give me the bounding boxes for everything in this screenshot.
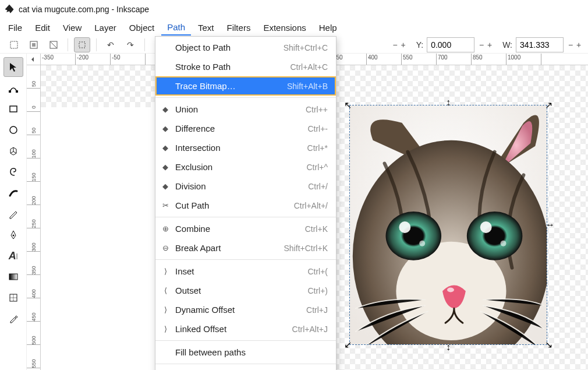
inset-icon: ⟩ — [160, 267, 171, 276]
y-spinner[interactable]: −+ — [478, 41, 493, 49]
select-visible-button[interactable] — [26, 37, 42, 52]
menu-help[interactable]: Help — [313, 20, 343, 35]
svg-rect-8 — [10, 106, 17, 112]
combine-icon: ⊕ — [160, 224, 171, 233]
prev-field-spinner[interactable]: −+ — [392, 41, 407, 49]
menu-path[interactable]: Path — [161, 20, 191, 36]
selected-image[interactable]: ↖ ↗ ↙ ↘ ↕ ↕ ↔ — [349, 105, 547, 345]
menu-division[interactable]: ◆ Division Ctrl+/ — [155, 177, 336, 196]
svg-point-10 — [12, 235, 14, 237]
w-input[interactable] — [516, 37, 564, 52]
svg-point-20 — [419, 241, 425, 246]
menu-exclusion[interactable]: ◆ Exclusion Ctrl+^ — [155, 157, 336, 177]
svg-rect-2 — [32, 43, 36, 47]
menu-dynamic-offset[interactable]: ⟩ Dynamic Offset Ctrl+J — [155, 300, 336, 319]
w-label: W: — [502, 40, 512, 50]
menu-break-apart[interactable]: ⊖ Break Apart Shift+Ctrl+K — [155, 238, 336, 258]
ruler-corner[interactable] — [27, 54, 41, 65]
title-bar: cat via mugcute.com.png - Inkscape — [0, 0, 588, 19]
menu-cut-path[interactable]: ✂ Cut Path Ctrl+Alt+/ — [155, 196, 336, 215]
resize-handle-b[interactable]: ↕ — [446, 342, 451, 353]
menu-divider — [155, 340, 336, 341]
union-icon: ◆ — [160, 105, 171, 114]
menu-combine[interactable]: ⊕ Combine Ctrl+K — [155, 219, 336, 238]
linked-offset-icon: ⟩ — [160, 325, 171, 333]
ruler-vertical[interactable]: 50 0 50 100 150 200 250 300 350 400 450 … — [27, 65, 41, 370]
menu-extensions[interactable]: Extensions — [257, 20, 311, 35]
resize-handle-r[interactable]: ↔ — [546, 220, 555, 230]
menu-text[interactable]: Text — [192, 20, 220, 35]
menu-divider — [155, 97, 336, 98]
outset-icon: ⟨ — [160, 286, 171, 295]
resize-handle-t[interactable]: ↕ — [446, 97, 451, 108]
toolbar-separator — [144, 38, 145, 51]
menu-difference[interactable]: ◆ Difference Ctrl+- — [155, 119, 336, 138]
exclusion-icon: ◆ — [160, 163, 171, 171]
resize-handle-tr[interactable]: ↗ — [545, 100, 552, 111]
rotate-ccw-button[interactable]: ↶ — [102, 37, 119, 52]
menu-inset[interactable]: ⟩ Inset Ctrl+( — [155, 262, 336, 281]
svg-point-9 — [10, 126, 17, 133]
svg-rect-5 — [79, 42, 85, 48]
pencil-tool[interactable] — [3, 204, 23, 224]
menu-divider — [155, 259, 336, 260]
menu-fill-between-paths[interactable]: Fill between paths — [155, 343, 336, 362]
y-input[interactable] — [427, 37, 474, 52]
selector-tool[interactable] — [3, 57, 23, 77]
cut-path-icon: ✂ — [160, 201, 171, 210]
text-tool[interactable]: A| — [3, 246, 23, 266]
gradient-tool[interactable] — [3, 267, 23, 287]
dynamic-offset-icon: ⟩ — [160, 305, 171, 314]
deselect-button[interactable] — [45, 37, 62, 52]
menu-divider — [155, 364, 336, 364]
svg-point-19 — [480, 221, 492, 233]
svg-point-22 — [447, 287, 454, 292]
svg-rect-0 — [10, 41, 17, 48]
menu-object-to-path[interactable]: Object to Path Shift+Ctrl+C — [155, 38, 336, 57]
w-spinner[interactable]: −+ — [567, 41, 582, 49]
menu-edit[interactable]: Edit — [29, 20, 56, 35]
circle-tool[interactable] — [3, 120, 23, 140]
menu-divider — [155, 217, 336, 217]
toolbar-separator — [68, 38, 68, 51]
rubber-band-select-button[interactable] — [74, 37, 90, 52]
inkscape-logo-icon — [3, 3, 15, 15]
resize-handle-bl[interactable]: ↙ — [344, 339, 352, 350]
menu-stroke-to-path[interactable]: Stroke to Path Ctrl+Alt+C — [155, 57, 336, 76]
resize-handle-br[interactable]: ↘ — [545, 339, 552, 350]
menu-filters[interactable]: Filters — [221, 20, 257, 35]
cube-3d-tool[interactable] — [3, 141, 23, 161]
pen-tool[interactable] — [3, 225, 23, 245]
break-apart-icon: ⊖ — [160, 244, 171, 252]
intersection-icon: ◆ — [160, 143, 171, 152]
svg-rect-11 — [9, 274, 17, 280]
svg-point-17 — [467, 212, 523, 260]
svg-point-18 — [399, 221, 410, 233]
calligraphy-tool[interactable] — [3, 183, 23, 203]
y-label: Y: — [416, 40, 423, 50]
node-edit-tool[interactable] — [3, 78, 23, 98]
menu-outset[interactable]: ⟨ Outset Ctrl+) — [155, 281, 336, 300]
rotate-cw-button[interactable]: ↷ — [122, 37, 139, 52]
toolbar-separator — [96, 38, 97, 51]
menu-trace-bitmap[interactable]: Trace Bitmap… Shift+Alt+B — [155, 76, 336, 96]
menu-layer[interactable]: Layer — [88, 20, 122, 35]
menu-object[interactable]: Object — [123, 20, 160, 35]
menu-file[interactable]: File — [2, 20, 28, 35]
select-all-layers-button[interactable] — [6, 37, 22, 52]
mesh-tool[interactable] — [3, 288, 23, 308]
resize-handle-tl[interactable]: ↖ — [344, 100, 352, 111]
svg-line-4 — [51, 42, 56, 48]
svg-point-21 — [501, 241, 506, 246]
path-menu-dropdown: Object to Path Shift+Ctrl+C Stroke to Pa… — [155, 36, 336, 370]
menu-linked-offset[interactable]: ⟩ Linked Offset Ctrl+Alt+J — [155, 319, 336, 339]
difference-icon: ◆ — [160, 124, 171, 133]
menu-intersection[interactable]: ◆ Intersection Ctrl+* — [155, 138, 336, 157]
dropper-tool[interactable] — [3, 309, 23, 329]
rectangle-tool[interactable] — [3, 99, 23, 119]
svg-point-16 — [386, 212, 442, 260]
spiral-tool[interactable] — [3, 162, 23, 182]
menu-union[interactable]: ◆ Union Ctrl++ — [155, 100, 336, 119]
menu-view[interactable]: View — [57, 20, 87, 35]
menu-simplify[interactable]: Simplify Ctrl+L — [155, 366, 336, 370]
